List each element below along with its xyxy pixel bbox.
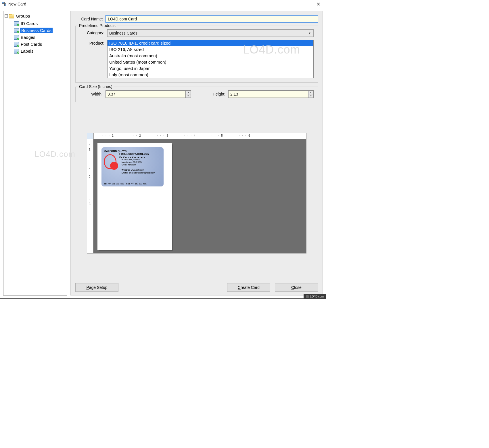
- tree-item[interactable]: ⋯ Badges: [10, 34, 66, 41]
- tree-item[interactable]: ⋯ ID Cards: [10, 20, 66, 27]
- ruler-corner: [87, 133, 93, 139]
- card-logo-icon: [104, 154, 119, 169]
- card-icon: [14, 28, 19, 33]
- product-option[interactable]: Australia (most common): [108, 53, 313, 59]
- window-title: New Card: [8, 2, 312, 6]
- new-card-window: New Card ✕ − Groups ⋯ ID Cards ⋯ Busines…: [0, 0, 326, 299]
- card-icon: [14, 21, 19, 26]
- card-name-label: Card Name:: [75, 17, 103, 21]
- card-icon: [14, 35, 19, 40]
- card-size-group: Card Size (Inches) Width: ▲▼ Height:: [75, 87, 318, 102]
- width-label: Width:: [80, 92, 103, 96]
- create-card-button[interactable]: Create Card: [227, 283, 270, 292]
- ruler-vertical: 1---2---3---: [87, 139, 93, 253]
- footer-icon: [306, 295, 309, 298]
- card-name-input[interactable]: [106, 15, 318, 23]
- groups-tree[interactable]: − Groups ⋯ ID Cards ⋯ Business Cards ⋯ B…: [3, 11, 67, 296]
- tree-root-groups[interactable]: − Groups: [4, 12, 66, 19]
- width-down-icon[interactable]: ▼: [186, 94, 191, 98]
- product-listbox[interactable]: ISO 7810 ID-1, credit card sizedISO 216,…: [107, 40, 314, 78]
- width-up-icon[interactable]: ▲: [186, 91, 191, 94]
- tree-item-label: Post Cards: [20, 41, 43, 47]
- tree-item-label: Labels: [20, 48, 34, 54]
- product-option[interactable]: ISO 7810 ID-1, credit card sized: [108, 40, 313, 46]
- close-icon[interactable]: ✕: [312, 0, 324, 8]
- height-input[interactable]: [229, 91, 308, 98]
- category-combo[interactable]: Business Cards ▼: [107, 29, 314, 37]
- preview-area: · · · 1· · · 2· · · 3· · · 4· · · 5· · ·…: [87, 133, 306, 253]
- height-up-icon[interactable]: ▲: [308, 91, 313, 94]
- card-telfax: Tel: +44 161 123 4567 Fax: +44 161 123 4…: [104, 183, 147, 185]
- card-company-2: FORENSIC PATHOLOGY: [119, 152, 161, 155]
- product-option[interactable]: United States (most common): [108, 59, 313, 65]
- card-icon: [14, 49, 19, 54]
- ruler-horizontal: · · · 1· · · 2· · · 3· · · 4· · · 5· · ·…: [93, 133, 306, 139]
- form-panel: Card Name: Predefined Products Category:…: [70, 11, 323, 296]
- card-address: PO Box xxx, Salford Manchester, MXX XXX …: [122, 158, 142, 166]
- card-contact: Website: www.sqfp.com Email: emailaddres…: [122, 169, 155, 174]
- height-spinner[interactable]: ▲▼: [228, 90, 314, 98]
- business-card-preview: SALFORD QUAYS FORENSIC PATHOLOGY Dr Xxxx…: [101, 147, 164, 186]
- height-label: Height:: [202, 92, 225, 96]
- category-label: Category:: [80, 29, 104, 35]
- tree-root-label: Groups: [15, 13, 30, 19]
- footer-badge: LO4D.com: [304, 294, 326, 299]
- folder-icon: [9, 14, 14, 18]
- card-size-legend: Card Size (Inches): [78, 84, 114, 89]
- card-icon: [14, 42, 19, 47]
- collapse-icon[interactable]: −: [5, 14, 8, 18]
- product-option[interactable]: Yongō, used in Japan: [108, 65, 313, 72]
- product-label: Product:: [80, 40, 104, 45]
- tree-item[interactable]: ⋯ Business Cards: [10, 27, 66, 34]
- predefined-legend: Predefined Products: [78, 23, 117, 28]
- app-icon: [2, 2, 7, 6]
- product-option[interactable]: ISO 216, A8 sized: [108, 46, 313, 53]
- preview-canvas: SALFORD QUAYS FORENSIC PATHOLOGY Dr Xxxx…: [93, 139, 306, 253]
- card-company-1: SALFORD QUAYS: [104, 150, 161, 152]
- tree-item[interactable]: ⋯ Labels: [10, 47, 66, 54]
- tree-item[interactable]: ⋯ Post Cards: [10, 41, 66, 47]
- product-option[interactable]: Italy (most common): [108, 72, 313, 78]
- predefined-products-group: Predefined Products Category: Business C…: [75, 26, 318, 83]
- chevron-down-icon: ▼: [308, 32, 311, 35]
- page-setup-button[interactable]: Page Setup: [75, 283, 118, 292]
- tree-item-label: Badges: [20, 35, 36, 40]
- tree-item-label: ID Cards: [20, 21, 38, 26]
- category-value: Business Cards: [109, 31, 137, 35]
- tree-item-label: Business Cards: [20, 28, 53, 33]
- close-button[interactable]: Close: [275, 283, 318, 292]
- height-down-icon[interactable]: ▼: [308, 94, 313, 98]
- titlebar: New Card ✕: [0, 0, 326, 8]
- preview-page: SALFORD QUAYS FORENSIC PATHOLOGY Dr Xxxx…: [97, 143, 172, 250]
- width-spinner[interactable]: ▲▼: [106, 90, 191, 98]
- width-input[interactable]: [106, 91, 185, 98]
